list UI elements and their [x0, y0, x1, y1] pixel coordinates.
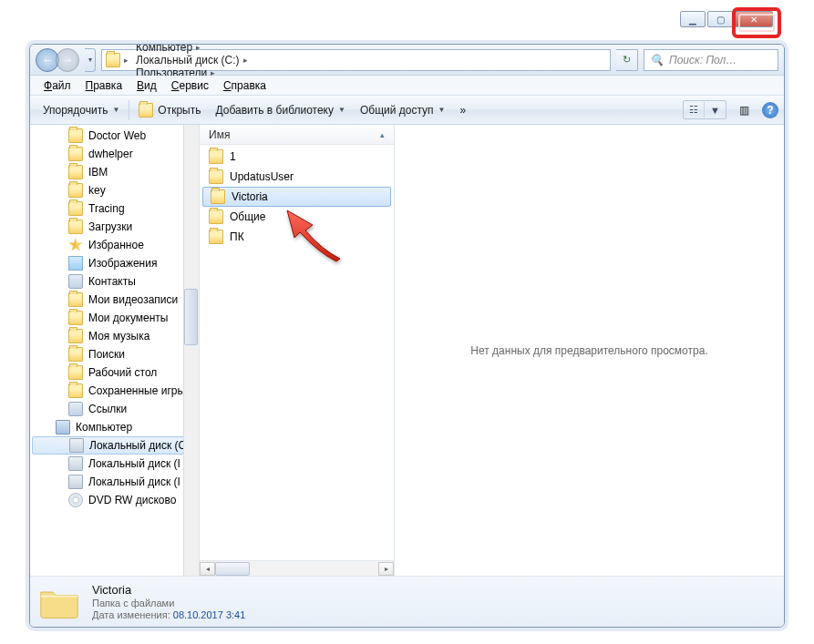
- details-mod-value: 08.10.2017 3:41: [173, 609, 246, 620]
- open-label: Открыть: [158, 104, 201, 117]
- body-split: Doctor WebdwhelperIBMkeyTracingЗагрузкиИ…: [30, 125, 784, 576]
- details-type: Папка с файлами: [92, 598, 245, 608]
- file-item[interactable]: UpdatusUser: [200, 167, 394, 187]
- location-icon: [106, 53, 120, 67]
- sidebar-item[interactable]: Локальный диск (C: [32, 436, 197, 455]
- share-button[interactable]: Общий доступ▼: [353, 100, 453, 120]
- folder-icon: [209, 169, 223, 184]
- sidebar-item[interactable]: Моя музыка: [30, 327, 199, 345]
- column-header-name[interactable]: Имя ▴: [200, 125, 394, 145]
- file-item[interactable]: Общие: [200, 207, 394, 227]
- breadcrumb-label: Компьютер: [136, 44, 192, 54]
- open-button[interactable]: Открыть: [131, 99, 208, 121]
- search-icon: 🔍: [650, 54, 664, 66]
- toolbar: Упорядочить▼ Открыть Добавить в библиоте…: [30, 96, 784, 125]
- toolbar-overflow[interactable]: »: [452, 100, 473, 120]
- sidebar-item[interactable]: Контакты: [30, 272, 199, 291]
- folder-icon: [211, 189, 225, 204]
- navigation-sidebar: Doctor WebdwhelperIBMkeyTracingЗагрузкиИ…: [30, 125, 200, 576]
- sidebar-scrollbar[interactable]: [183, 125, 199, 576]
- view-icon: ☷: [684, 101, 704, 118]
- organize-button[interactable]: Упорядочить▼: [36, 100, 127, 120]
- hscroll-track[interactable]: [215, 562, 378, 576]
- open-icon: [139, 103, 153, 118]
- sidebar-item-label: Загрузки: [88, 220, 132, 233]
- hscroll-left[interactable]: ◂: [200, 562, 215, 576]
- sidebar-item-label: Изображения: [88, 257, 157, 270]
- hscroll-right[interactable]: ▸: [378, 562, 394, 576]
- sidebar-item[interactable]: Сохраненные игры: [30, 382, 199, 400]
- sidebar-item[interactable]: Doctor Web: [30, 127, 199, 145]
- sort-indicator-icon: ▴: [380, 130, 385, 139]
- file-name: Victoria: [232, 190, 268, 203]
- sidebar-item-label: Ссылки: [88, 403, 127, 415]
- sidebar-item[interactable]: Изображения: [30, 254, 199, 272]
- sidebar-item-label: Поиски: [88, 348, 125, 361]
- search-box[interactable]: 🔍 Поиск: Пол…: [644, 49, 778, 71]
- column-header-label: Имя: [209, 128, 230, 141]
- sidebar-item-label: Сохраненные игры: [88, 384, 185, 397]
- menu-справка[interactable]: Справка: [217, 77, 273, 94]
- hscroll-thumb[interactable]: [215, 562, 250, 576]
- minimize-button[interactable]: ▁: [680, 11, 706, 27]
- forward-button[interactable]: →: [56, 48, 79, 72]
- sidebar-item[interactable]: Загрузки: [30, 218, 199, 236]
- breadcrumb-segment[interactable]: Компьютер ▸: [132, 44, 252, 54]
- sidebar-item[interactable]: Мои видеозаписи: [30, 291, 199, 309]
- folder-icon: [68, 292, 83, 307]
- chevron-right-icon: ▸: [196, 44, 201, 52]
- folder-icon: [68, 183, 83, 198]
- sidebar-item[interactable]: Ссылки: [30, 400, 199, 418]
- folder-icon: [68, 311, 83, 325]
- sidebar-item-label: Компьютер: [76, 421, 132, 434]
- file-item[interactable]: 1: [200, 147, 394, 167]
- sidebar-item-label: Избранное: [88, 239, 144, 251]
- menu-файл[interactable]: Файл: [37, 77, 77, 94]
- file-hscrollbar[interactable]: ◂ ▸: [200, 560, 394, 576]
- sidebar-item[interactable]: dwhelper: [30, 145, 199, 163]
- sidebar-item[interactable]: Локальный диск (I: [30, 473, 199, 491]
- menu-вид[interactable]: Вид: [130, 77, 163, 94]
- nav-history-dropdown[interactable]: ▾: [85, 48, 96, 72]
- sidebar-item[interactable]: Локальный диск (I: [30, 455, 199, 473]
- sidebar-item[interactable]: DVD RW дисково: [30, 491, 199, 509]
- sidebar-item-label: Tracing: [88, 202, 125, 215]
- file-item[interactable]: Victoria: [202, 187, 391, 207]
- folder-icon: [68, 220, 83, 234]
- nav-row: ← → ▾ ▸ Компьютер ▸Локальный диск (C:) ▸…: [30, 45, 784, 76]
- folder-icon: [68, 201, 83, 216]
- menu-правка[interactable]: Правка: [79, 77, 129, 94]
- sidebar-item[interactable]: Избранное: [30, 236, 199, 254]
- menu-сервис[interactable]: Сервис: [165, 77, 215, 94]
- address-bar[interactable]: ▸ Компьютер ▸Локальный диск (C:) ▸Пользо…: [101, 49, 611, 71]
- sidebar-item[interactable]: Поиски: [30, 345, 199, 363]
- sidebar-item[interactable]: Рабочий стол: [30, 363, 199, 382]
- sidebar-item[interactable]: Tracing: [30, 199, 199, 218]
- close-button[interactable]: ✕: [735, 11, 773, 27]
- link-icon: [68, 274, 83, 289]
- refresh-button[interactable]: ↻: [616, 49, 638, 71]
- view-mode-button[interactable]: ☷ ▼: [683, 100, 726, 119]
- sidebar-item[interactable]: key: [30, 181, 199, 199]
- preview-empty-text: Нет данных для предварительного просмотр…: [470, 344, 707, 357]
- view-drop[interactable]: ▼: [704, 102, 726, 118]
- breadcrumb-root-drop[interactable]: ▸: [120, 56, 132, 65]
- maximize-button[interactable]: ▢: [707, 11, 733, 27]
- help-button[interactable]: ?: [762, 102, 778, 118]
- sidebar-item[interactable]: Мои документы: [30, 309, 199, 327]
- library-label: Добавить в библиотеку: [215, 104, 334, 117]
- details-text: Victoria Папка с файлами Дата изменения:…: [92, 583, 245, 620]
- sidebar-item[interactable]: Компьютер: [30, 418, 199, 436]
- breadcrumb-segment[interactable]: Локальный диск (C:) ▸: [132, 54, 252, 66]
- file-name: ПК: [230, 230, 244, 243]
- preview-pane-toggle[interactable]: ▥: [732, 100, 757, 120]
- sidebar-scroll-thumb[interactable]: [184, 289, 198, 345]
- details-folder-icon: [39, 584, 79, 620]
- details-mod-label: Дата изменения:: [92, 609, 170, 620]
- drive-icon: [69, 438, 84, 453]
- file-item[interactable]: ПК: [200, 227, 394, 247]
- pic-icon: [68, 256, 83, 271]
- sidebar-item-label: Мои документы: [88, 312, 168, 324]
- sidebar-item[interactable]: IBM: [30, 163, 199, 181]
- add-to-library-button[interactable]: Добавить в библиотеку▼: [208, 100, 352, 120]
